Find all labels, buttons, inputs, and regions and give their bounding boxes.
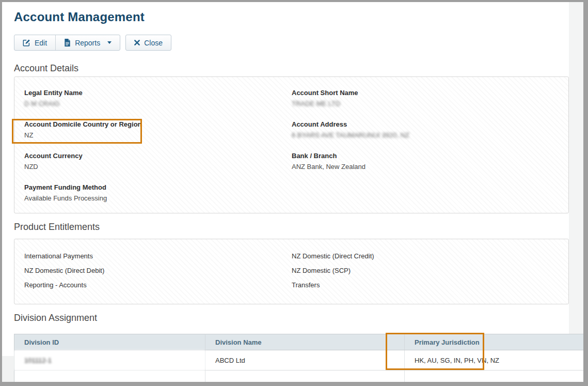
toolbar-button-group: Edit Reports [14,35,120,51]
field-value: NZ [24,131,292,139]
field-label: Payment Funding Method [24,183,292,191]
edit-button-label: Edit [35,39,47,47]
entitlement-item: Transfers [292,281,559,290]
field-value: Available Funds Processing [24,194,292,202]
field-label: Account Domicile Country or Region [24,120,292,128]
field-payment-funding-method: Payment Funding Method Available Funds P… [24,183,292,204]
field-label: Legal Entity Name [24,89,292,97]
section-heading-division-assignment: Division Assignment [14,312,583,324]
field-label: Bank / Branch [292,152,559,160]
field-value-redacted: TRADE ME LTD [292,100,559,107]
field-bank-branch: Bank / Branch ANZ Bank, New Zealand [292,152,559,173]
section-heading-product-entitlements: Product Entitlements [14,221,583,233]
table-row-empty [14,370,584,382]
reports-button[interactable]: Reports [55,35,120,50]
column-header-primary-jurisdiction: Primary Jurisdiction [405,334,584,350]
field-account-currency: Account Currency NZD [24,152,292,173]
field-label: Account Currency [24,152,292,160]
column-header-division-name: Division Name [205,334,405,350]
field-account-domicile-country: Account Domicile Country or Region NZ [24,120,292,141]
field-empty [292,183,559,204]
division-assignment-table: Division ID Division Name Primary Jurisd… [14,334,569,382]
close-icon [134,40,140,45]
entitlement-item: NZ Domestic (Direct Credit) [292,252,559,261]
field-value-redacted: 6 BYARS AVE TAUMARUNUI 3920, NZ [292,131,559,139]
product-entitlements-list: International Payments NZ Domestic (Dire… [24,252,559,290]
page-title: Account Management [14,9,583,25]
field-value-redacted: D M CRAIG [24,100,292,107]
edit-icon [23,39,30,47]
product-entitlements-panel: International Payments NZ Domestic (Dire… [14,239,569,304]
table-row-division[interactable]: 101112-1 ABCD Ltd HK, AU, SG, IN, PH, VN… [14,350,584,370]
table-header-row: Division ID Division Name Primary Jurisd… [14,334,584,350]
field-label: Account Address [292,120,559,128]
field-label: Account Short Name [292,89,559,97]
edit-button[interactable]: Edit [14,35,55,50]
cell-division-name: ABCD Ltd [205,350,405,370]
account-details-panel: Legal Entity Name D M CRAIG Account Shor… [14,76,569,213]
cell-primary-jurisdiction: HK, AU, SG, IN, PH, VN, NZ [405,350,584,370]
cell-empty [205,370,405,382]
entitlement-item: NZ Domestic (Direct Debit) [24,266,292,275]
close-button[interactable]: Close [126,35,171,50]
field-legal-entity-name: Legal Entity Name D M CRAIG [24,89,292,110]
field-value: NZD [24,163,292,171]
caret-down-icon [107,41,112,44]
close-button-group: Close [125,35,171,51]
entitlement-item: Reporting - Accounts [24,281,292,290]
section-heading-account-details: Account Details [14,62,583,74]
account-details-fields: Legal Entity Name D M CRAIG Account Shor… [24,89,559,204]
reports-button-label: Reports [75,39,100,47]
cell-empty [14,370,205,382]
page-content: Account Management Edit [2,2,583,382]
field-value: ANZ Bank, New Zealand [292,163,559,171]
entitlement-item: International Payments [24,252,292,261]
field-account-address: Account Address 6 BYARS AVE TAUMARUNUI 3… [292,120,559,141]
toolbar: Edit Reports [14,35,583,51]
column-header-division-id: Division ID [14,334,205,350]
close-button-label: Close [144,39,163,47]
cell-division-id-redacted: 101112-1 [14,350,205,370]
app-window: Account Management Edit [0,0,588,386]
entitlement-item: NZ Domestic (SCP) [292,266,559,275]
document-icon [64,39,71,47]
field-account-short-name: Account Short Name TRADE ME LTD [292,89,559,110]
cell-empty [405,370,584,382]
